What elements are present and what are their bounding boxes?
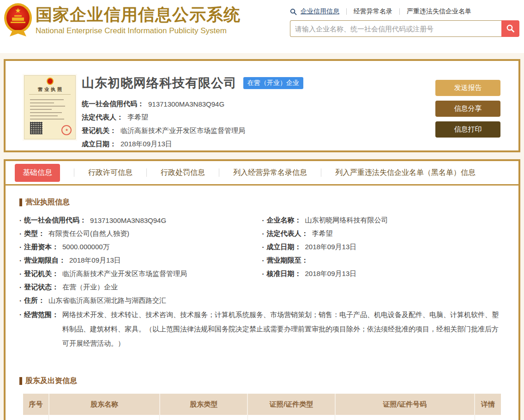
shareholders-section-header: 股东及出资信息: [19, 376, 505, 386]
search-input[interactable]: [290, 20, 501, 37]
section-bar-icon: [19, 377, 22, 385]
field-legal-representative: 法定代表人：李希望: [262, 227, 505, 240]
action-buttons: 发送报告 信息分享 信息打印: [435, 80, 500, 142]
tab-separator: [74, 168, 74, 177]
search-button[interactable]: [501, 20, 519, 37]
table-header-row: 序号 股东名称 股东类型 证照/证件类型 证照/证件号码 详情: [23, 394, 501, 415]
tiananmen-icon: [12, 18, 24, 21]
license-red-seal-icon: [61, 125, 72, 135]
company-key-fields: 统一社会信用代码： 91371300MA3N83Q94G 法定代表人： 李希望 …: [82, 97, 423, 151]
tab-separator: [219, 168, 219, 177]
cell-shareholder-type: 自然人股东: [160, 415, 247, 420]
tab-abnormal-operations-list[interactable]: 列入经营异常名录信息: [233, 168, 307, 178]
field-establishment-date: 成立日期： 2018年09月13日: [82, 138, 423, 151]
license-fields-right: 企业名称：山东初晓网络科技有限公司 法定代表人：李希望 成立日期：2018年09…: [262, 214, 505, 307]
field-term-end: 营业期限至：: [262, 254, 505, 267]
field-approval-date: 核准日期：2018年09月13日: [262, 267, 505, 281]
main-info-card: 基础信息 行政许可信息 行政处罚信息 列入经营异常名录信息 列入严重违法失信企业…: [4, 159, 520, 420]
license-info-fields: 统一社会信用代码：91371300MA3N83Q94G 类型：有限责任公司(自然…: [19, 214, 505, 307]
table-row: 1 李希望 自然人股东 非公示项 非公示项 查看: [23, 415, 501, 420]
tab-content: 营业执照信息 统一社会信用代码：91371300MA3N83Q94G 类型：有限…: [6, 198, 518, 420]
license-qr-code: [30, 122, 42, 134]
col-header-cert-number: 证照/证件号码: [335, 394, 475, 415]
nav-link-abnormal-operations[interactable]: 经营异常名录: [354, 7, 392, 16]
nav-separator: [399, 8, 400, 15]
tab-serious-violation-blacklist[interactable]: 列入严重违法失信企业名单（黑名单）信息: [335, 168, 476, 178]
cell-detail: 查看: [475, 415, 501, 420]
field-registration-authority: 登记机关：临沂高新技术产业开发区市场监督管理局: [19, 267, 262, 281]
tab-separator: [146, 168, 147, 177]
col-header-detail: 详情: [475, 394, 501, 415]
page-body: 营业执照 山东初晓网络科技有限公司 在营（开业）企业: [0, 53, 524, 420]
national-emblem-logo: ★: [4, 3, 32, 40]
site-title: 国家企业信用信息公示系统: [36, 5, 241, 25]
license-text-lines: [24, 96, 75, 120]
company-info: 山东初晓网络科技有限公司 在营（开业）企业 统一社会信用代码： 91371300…: [82, 75, 423, 151]
company-summary-card: 营业执照 山东初晓网络科技有限公司 在营（开业）企业: [4, 59, 520, 152]
license-info-section-header: 营业执照信息: [19, 198, 505, 207]
business-license-thumbnail: 营业执照: [24, 75, 76, 139]
field-credit-code: 统一社会信用代码：91371300MA3N83Q94G: [19, 214, 262, 227]
searchbar: [290, 20, 519, 37]
field-business-scope: 经营范围： 网络技术开发、技术转让、技术咨询、技术服务；计算机系统服务、市场营销…: [19, 307, 505, 350]
search-icon: [506, 24, 515, 33]
status-badge: 在营（开业）企业: [243, 77, 303, 89]
emblem-gold-ring: ★: [4, 3, 32, 33]
col-header-seq: 序号: [23, 394, 49, 415]
license-emblem-icon: [47, 78, 54, 85]
field-registration-authority: 登记机关： 临沂高新技术产业开发区市场监督管理局: [82, 124, 423, 138]
emblem-red-core: ★: [6, 6, 30, 30]
field-registered-capital: 注册资本：5000.000000万: [19, 240, 262, 254]
field-company-type: 类型：有限责任公司(自然人独资): [19, 227, 262, 240]
tab-basic-info[interactable]: 基础信息: [15, 164, 60, 182]
site-subtitle: National Enterprise Credit Information P…: [36, 26, 241, 36]
license-title: 营业执照: [24, 86, 75, 93]
field-credit-code: 统一社会信用代码： 91371300MA3N83Q94G: [82, 97, 423, 111]
share-info-button[interactable]: 信息分享: [435, 101, 500, 117]
license-divider: [29, 94, 71, 95]
send-report-button[interactable]: 发送报告: [435, 80, 500, 96]
site-header: ★ 国家企业信用信息公示系统 National Enterprise Credi…: [0, 0, 524, 53]
star-icon: ★: [15, 7, 21, 14]
print-info-button[interactable]: 信息打印: [435, 121, 500, 138]
field-term-start: 营业期限自：2018年09月13日: [19, 254, 262, 267]
tab-separator: [321, 168, 321, 177]
cell-shareholder-name: 李希望: [49, 415, 160, 420]
top-nav: 企业信用信息 经营异常名录 严重违法失信企业名单: [290, 7, 521, 16]
col-header-shareholder-name: 股东名称: [49, 394, 160, 415]
company-name: 山东初晓网络科技有限公司: [82, 75, 237, 91]
site-title-block: 国家企业信用信息公示系统 National Enterprise Credit …: [36, 5, 241, 36]
tab-administrative-penalty[interactable]: 行政处罚信息: [161, 168, 205, 178]
cell-cert-number: 非公示项: [335, 415, 475, 420]
nav-link-serious-violation[interactable]: 严重违法失信企业名单: [407, 7, 471, 16]
section-bar-icon: [19, 198, 22, 206]
col-header-cert-type: 证照/证件类型: [247, 394, 335, 415]
field-address: 住所：山东省临沂高新区湖北路与湖西路交汇: [19, 294, 262, 307]
field-legal-representative: 法定代表人： 李希望: [82, 111, 423, 124]
cell-seq: 1: [23, 415, 49, 420]
nav-link-enterprise-credit[interactable]: 企业信用信息: [301, 7, 339, 16]
tab-administrative-license[interactable]: 行政许可信息: [88, 168, 133, 178]
search-icon: [290, 8, 297, 15]
field-establishment-date: 成立日期：2018年09月13日: [262, 240, 505, 254]
field-company-name: 企业名称：山东初晓网络科技有限公司: [262, 214, 505, 227]
page: ★ 国家企业信用信息公示系统 National Enterprise Credi…: [0, 0, 524, 420]
shareholders-table: 序号 股东名称 股东类型 证照/证件类型 证照/证件号码 详情 1 李希望 自然: [23, 394, 501, 420]
field-registration-status: 登记状态：在营（开业）企业: [19, 281, 262, 294]
nav-separator: [346, 8, 347, 15]
header-right: 企业信用信息 经营异常名录 严重违法失信企业名单: [290, 7, 521, 37]
cell-cert-type: 非公示项: [247, 415, 335, 420]
license-fields-left: 统一社会信用代码：91371300MA3N83Q94G 类型：有限责任公司(自然…: [19, 214, 262, 307]
tab-bar: 基础信息 行政许可信息 行政处罚信息 列入经营异常名录信息 列入严重违法失信企业…: [6, 161, 518, 186]
col-header-shareholder-type: 股东类型: [160, 394, 247, 415]
